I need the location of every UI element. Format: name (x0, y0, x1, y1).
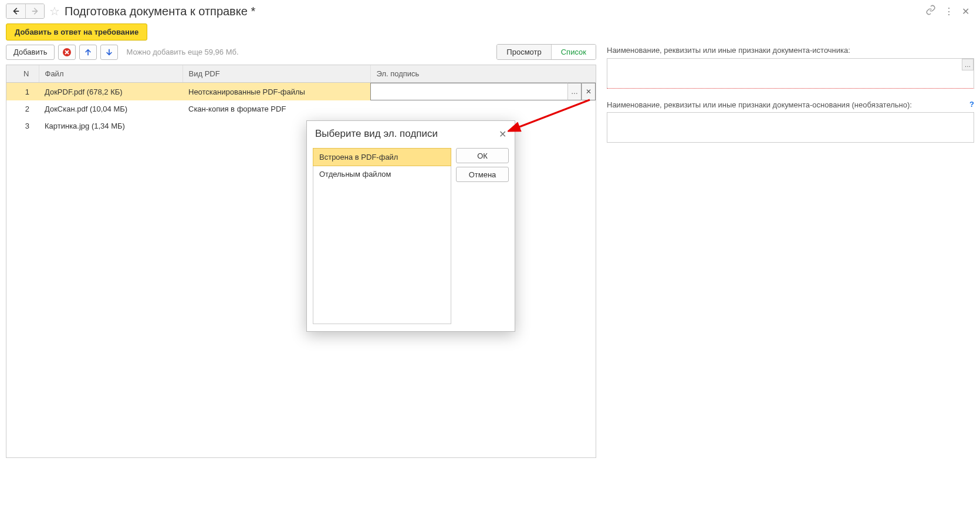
cell-n: 2 (6, 100, 39, 117)
table-row[interactable]: 1ДокPDF.pdf (678,2 КБ)Неотсканированные … (6, 83, 596, 101)
dialog-ok-button[interactable]: ОК (456, 148, 509, 163)
signature-input[interactable] (370, 83, 567, 100)
cell-file: Картинка.jpg (1,34 МБ) (39, 117, 183, 134)
arrow-up-icon (84, 48, 92, 56)
col-header-n[interactable]: N (6, 65, 39, 83)
cell-file: ДокPDF.pdf (678,2 КБ) (39, 83, 183, 101)
cell-pdf: Скан-копия в формате PDF (183, 100, 370, 117)
view-toggle: Просмотр Список (496, 44, 596, 60)
signature-option[interactable]: Встроена в PDF-файл (313, 148, 451, 166)
col-header-file[interactable]: Файл (39, 65, 183, 83)
close-icon[interactable]: ✕ (962, 6, 969, 17)
cell-signature (370, 100, 596, 117)
arrow-right-icon (31, 7, 39, 15)
source-doc-input[interactable] (607, 58, 974, 89)
add-button[interactable]: Добавить (6, 45, 55, 60)
signature-ellipsis-button[interactable]: … (567, 83, 582, 100)
arrow-left-icon (12, 7, 20, 15)
delete-x-icon (62, 48, 72, 57)
cell-n: 3 (6, 117, 39, 134)
cell-file: ДокСкан.pdf (10,04 МБ) (39, 100, 183, 117)
basis-doc-input[interactable] (607, 112, 974, 143)
add-to-response-button[interactable]: Добавить в ответ на требование (6, 23, 147, 41)
back-button[interactable] (6, 4, 25, 18)
dialog-close-icon[interactable]: ✕ (499, 129, 506, 140)
link-icon[interactable] (925, 5, 936, 18)
preview-tab[interactable]: Просмотр (497, 45, 550, 59)
page-title: Подготовка документа к отправке * (65, 5, 255, 18)
cell-pdf: Неотсканированные PDF-файлы (183, 83, 370, 101)
col-header-sig[interactable]: Эл. подпись (370, 65, 596, 83)
signature-clear-button[interactable]: ✕ (582, 83, 596, 100)
table-row[interactable]: 2ДокСкан.pdf (10,04 МБ)Скан-копия в форм… (6, 100, 596, 117)
more-icon[interactable]: ⋮ (944, 6, 954, 17)
delete-button[interactable] (58, 45, 76, 60)
list-tab[interactable]: Список (551, 45, 596, 59)
move-down-button[interactable] (100, 45, 118, 60)
cell-signature: …✕ (370, 83, 596, 101)
signature-option[interactable]: Отдельным файлом (313, 166, 451, 183)
dialog-cancel-button[interactable]: Отмена (456, 167, 509, 182)
size-hint: Можно добавить еще 59,96 Мб. (126, 48, 238, 56)
move-up-button[interactable] (79, 45, 97, 60)
cell-n: 1 (6, 83, 39, 101)
forward-button[interactable] (25, 4, 44, 18)
signature-options-list: Встроена в PDF-файлОтдельным файлом (313, 148, 451, 324)
signature-dialog: Выберите вид эл. подписи ✕ Встроена в PD… (306, 120, 515, 332)
col-header-pdf[interactable]: Вид PDF (183, 65, 370, 83)
help-icon[interactable]: ? (969, 100, 974, 109)
nav-buttons (6, 4, 45, 19)
source-doc-label: Наименование, реквизиты или иные признак… (607, 45, 974, 56)
source-doc-ellipsis-button[interactable]: … (962, 59, 974, 70)
arrow-down-icon (105, 48, 113, 56)
favorite-star-icon[interactable]: ☆ (49, 4, 60, 18)
basis-doc-label: Наименование, реквизиты или иные признак… (607, 100, 974, 110)
dialog-title: Выберите вид эл. подписи (315, 128, 438, 140)
